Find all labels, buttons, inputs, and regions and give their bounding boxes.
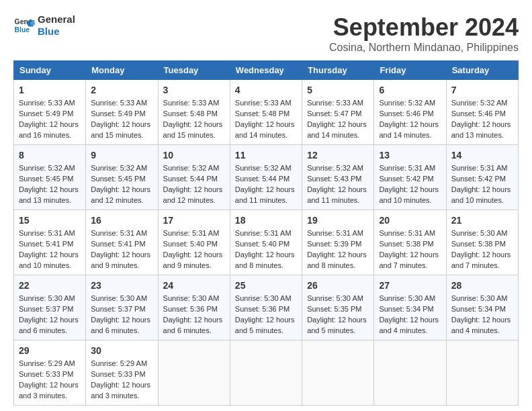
day-detail: and 3 minutes.: [19, 391, 81, 402]
day-detail: Sunset: 5:40 PM: [163, 239, 225, 250]
day-number: 26: [307, 279, 369, 292]
day-detail: Daylight: 12 hours: [235, 315, 297, 326]
day-detail: and 7 minutes.: [451, 261, 513, 271]
day-detail: and 3 minutes.: [91, 391, 152, 402]
day-detail: Sunrise: 5:30 AM: [307, 293, 369, 304]
day-detail: Daylight: 12 hours: [91, 120, 152, 130]
calendar-week-row: 15Sunrise: 5:31 AMSunset: 5:41 PMDayligh…: [14, 210, 519, 275]
calendar-day-cell: 24Sunrise: 5:30 AMSunset: 5:36 PMDayligh…: [158, 275, 230, 340]
weekday-header-row: SundayMondayTuesdayWednesdayThursdayFrid…: [14, 61, 519, 80]
day-number: 12: [307, 148, 369, 162]
calendar-day-cell: [158, 340, 230, 406]
day-detail: Daylight: 12 hours: [91, 250, 152, 261]
day-number: 3: [163, 83, 225, 97]
day-detail: and 6 minutes.: [19, 326, 81, 336]
day-detail: Sunrise: 5:32 AM: [379, 98, 441, 109]
day-detail: Sunrise: 5:32 AM: [307, 163, 369, 174]
day-detail: Sunset: 5:49 PM: [91, 109, 152, 120]
day-detail: Sunrise: 5:31 AM: [91, 228, 152, 239]
day-detail: Sunset: 5:33 PM: [19, 369, 81, 380]
day-detail: Sunset: 5:34 PM: [451, 304, 513, 315]
day-detail: Sunrise: 5:30 AM: [235, 293, 297, 304]
day-detail: Sunrise: 5:32 AM: [91, 163, 152, 174]
day-detail: Sunrise: 5:30 AM: [91, 293, 152, 304]
day-number: 18: [235, 214, 297, 227]
day-detail: Sunset: 5:48 PM: [163, 109, 225, 120]
day-detail: Daylight: 12 hours: [19, 315, 81, 326]
day-detail: Sunrise: 5:31 AM: [163, 228, 225, 239]
day-detail: Daylight: 12 hours: [19, 120, 81, 130]
calendar-table: SundayMondayTuesdayWednesdayThursdayFrid…: [13, 60, 519, 406]
day-detail: Sunrise: 5:30 AM: [451, 228, 513, 239]
calendar-day-cell: 6Sunrise: 5:32 AMSunset: 5:46 PMDaylight…: [374, 80, 446, 145]
day-detail: Daylight: 12 hours: [163, 120, 225, 130]
day-detail: Sunset: 5:45 PM: [19, 174, 81, 185]
day-number: 6: [379, 83, 441, 97]
day-detail: Sunrise: 5:32 AM: [19, 163, 81, 174]
day-number: 15: [19, 214, 81, 227]
day-number: 9: [91, 148, 152, 162]
header: General Blue General Blue September 2024…: [13, 13, 519, 54]
day-number: 10: [163, 148, 225, 162]
day-number: 4: [235, 83, 297, 97]
day-detail: Sunset: 5:34 PM: [379, 304, 441, 315]
day-number: 2: [91, 83, 152, 97]
weekday-header-thursday: Thursday: [302, 61, 374, 80]
day-detail: and 6 minutes.: [163, 326, 225, 336]
weekday-header-monday: Monday: [86, 61, 158, 80]
day-detail: Sunrise: 5:30 AM: [19, 293, 81, 304]
calendar-day-cell: 20Sunrise: 5:31 AMSunset: 5:38 PMDayligh…: [374, 210, 446, 275]
day-detail: Daylight: 12 hours: [307, 120, 369, 130]
calendar-day-cell: [374, 340, 446, 406]
calendar-day-cell: 5Sunrise: 5:33 AMSunset: 5:47 PMDaylight…: [302, 80, 374, 145]
weekday-header-tuesday: Tuesday: [158, 61, 230, 80]
day-detail: Sunset: 5:35 PM: [307, 304, 369, 315]
day-detail: Daylight: 12 hours: [163, 315, 225, 326]
day-detail: Daylight: 12 hours: [19, 380, 81, 391]
calendar-day-cell: 18Sunrise: 5:31 AMSunset: 5:40 PMDayligh…: [230, 210, 302, 275]
day-detail: Sunset: 5:46 PM: [379, 109, 441, 120]
day-detail: Sunset: 5:41 PM: [91, 239, 152, 250]
calendar-day-cell: 26Sunrise: 5:30 AMSunset: 5:35 PMDayligh…: [302, 275, 374, 340]
calendar-week-row: 8Sunrise: 5:32 AMSunset: 5:45 PMDaylight…: [14, 145, 519, 210]
day-detail: Sunset: 5:47 PM: [307, 109, 369, 120]
day-detail: and 8 minutes.: [235, 261, 297, 271]
calendar-day-cell: 27Sunrise: 5:30 AMSunset: 5:34 PMDayligh…: [374, 275, 446, 340]
day-detail: and 4 minutes.: [451, 326, 513, 336]
day-detail: Sunset: 5:45 PM: [91, 174, 152, 185]
day-detail: and 14 minutes.: [379, 130, 441, 141]
calendar-day-cell: 13Sunrise: 5:31 AMSunset: 5:42 PMDayligh…: [374, 145, 446, 210]
day-detail: Sunrise: 5:31 AM: [307, 228, 369, 239]
day-detail: and 4 minutes.: [379, 326, 441, 336]
day-number: 17: [163, 214, 225, 227]
calendar-day-cell: 16Sunrise: 5:31 AMSunset: 5:41 PMDayligh…: [86, 210, 158, 275]
logo-text-line2: Blue: [38, 26, 75, 38]
day-detail: Sunrise: 5:30 AM: [379, 293, 441, 304]
calendar-day-cell: [302, 340, 374, 406]
day-detail: and 14 minutes.: [235, 130, 297, 141]
day-detail: Sunset: 5:42 PM: [451, 174, 513, 185]
calendar-day-cell: 3Sunrise: 5:33 AMSunset: 5:48 PMDaylight…: [158, 80, 230, 145]
day-detail: Sunrise: 5:31 AM: [379, 163, 441, 174]
calendar-day-cell: 17Sunrise: 5:31 AMSunset: 5:40 PMDayligh…: [158, 210, 230, 275]
day-detail: Sunset: 5:38 PM: [451, 239, 513, 250]
day-detail: Sunrise: 5:30 AM: [451, 293, 513, 304]
day-detail: Sunset: 5:49 PM: [19, 109, 81, 120]
calendar-day-cell: 19Sunrise: 5:31 AMSunset: 5:39 PMDayligh…: [302, 210, 374, 275]
day-detail: Sunset: 5:36 PM: [235, 304, 297, 315]
day-detail: Sunset: 5:37 PM: [19, 304, 81, 315]
day-detail: Sunset: 5:44 PM: [235, 174, 297, 185]
day-detail: and 5 minutes.: [307, 326, 369, 336]
calendar-day-cell: 8Sunrise: 5:32 AMSunset: 5:45 PMDaylight…: [14, 145, 86, 210]
day-number: 19: [307, 214, 369, 227]
calendar-day-cell: [446, 340, 518, 406]
day-number: 28: [451, 279, 513, 292]
day-detail: Sunset: 5:48 PM: [235, 109, 297, 120]
day-detail: Sunrise: 5:32 AM: [235, 163, 297, 174]
day-detail: and 10 minutes.: [19, 261, 81, 271]
day-detail: Sunset: 5:42 PM: [379, 174, 441, 185]
day-detail: Sunrise: 5:33 AM: [91, 98, 152, 109]
calendar-day-cell: 12Sunrise: 5:32 AMSunset: 5:43 PMDayligh…: [302, 145, 374, 210]
day-detail: Sunset: 5:41 PM: [19, 239, 81, 250]
day-detail: Sunrise: 5:32 AM: [163, 163, 225, 174]
